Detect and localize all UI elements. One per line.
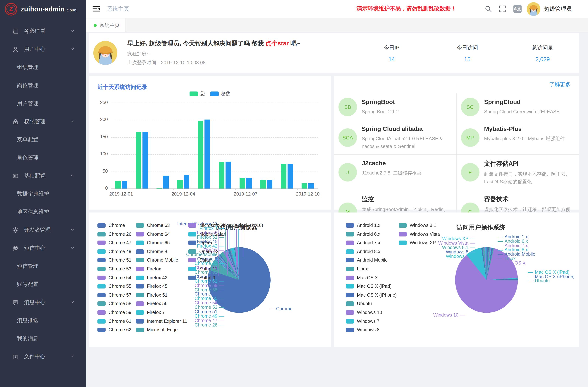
legend-item-Chrome 49[interactable]: Chrome 49 — [97, 249, 131, 254]
legend-item-Chrome 63[interactable]: Chrome 63 — [136, 223, 170, 228]
legend-item-Android 1.x[interactable]: Android 1.x — [346, 223, 380, 228]
legend-label: Android 6.x — [357, 231, 380, 237]
legend-item-Chrome 53[interactable]: Chrome 53 — [97, 266, 131, 271]
sidebar-subitem-岗位管理[interactable]: 岗位管理 — [0, 76, 86, 94]
legend-item-Mac OS X[interactable]: Mac OS X — [346, 275, 378, 280]
legend-item-Windows XP[interactable]: Windows XP — [399, 240, 436, 245]
user-menu[interactable]: 超级管理员 — [527, 2, 572, 16]
sidebar-item-务必详看[interactable]: 务必详看 — [0, 22, 86, 40]
legend-item-Chrome Mobile[interactable]: Chrome Mobile — [136, 258, 178, 263]
tech-text: SpringBootSpring Boot 2.1.2 — [362, 98, 399, 116]
sidebar-subitem-账号配置[interactable]: 账号配置 — [0, 275, 86, 293]
sidebar-subitem-组织管理[interactable]: 组织管理 — [0, 58, 86, 76]
sidebar-subitem-我的消息[interactable]: 我的消息 — [0, 329, 86, 347]
legend-item-Firefox 51[interactable]: Firefox 51 — [136, 293, 168, 298]
tech-desc: Spring Boot 2.1.2 — [362, 108, 399, 116]
menu-fold-icon[interactable] — [92, 5, 100, 13]
legend-item-Microsoft Office Outlook (2016)[interactable]: Microsoft Office Outlook (2016) — [188, 223, 263, 228]
legend-item-Microsoft Edge[interactable]: Microsoft Edge — [136, 327, 178, 332]
legend-swatch — [188, 267, 196, 271]
sidebar-item-消息中心[interactable]: 消息中心 — [0, 293, 86, 311]
tab-system-home[interactable]: 系统主页 — [86, 19, 126, 32]
legend-item-Chrome 55[interactable]: Chrome 55 — [97, 284, 131, 289]
legend-item-Android 6.x[interactable]: Android 6.x — [346, 231, 380, 237]
legend-label: Chrome 54 — [108, 275, 131, 280]
legend-item-Firefox 45[interactable]: Firefox 45 — [136, 284, 168, 289]
legend-item-Windows 8.1[interactable]: Windows 8.1 — [399, 223, 436, 228]
sidebar-item-用户中心[interactable]: 用户中心 — [0, 40, 86, 58]
legend-item-Firefox 56[interactable]: Firefox 56 — [136, 301, 168, 306]
legend-item-Windows 8[interactable]: Windows 8 — [346, 327, 379, 332]
legend-item-Android 7.x[interactable]: Android 7.x — [346, 240, 380, 245]
legend-item-Opera[interactable]: Opera — [188, 240, 212, 245]
legend-swatch — [136, 327, 144, 332]
legend-swatch — [188, 258, 196, 263]
legend-swatch — [188, 232, 196, 236]
stat-label: 今日访问 — [441, 44, 493, 51]
bar-plot: 0501001502002502019‑12‑012019‑12‑042019‑… — [111, 103, 318, 188]
legend-label: Android 8.x — [357, 249, 380, 254]
sidebar-item-文件中心[interactable]: 文件中心 — [0, 347, 86, 366]
legend-item-Mac OS X (iPad)[interactable]: Mac OS X (iPad) — [346, 284, 392, 289]
legend-item-Firefox 42[interactable]: Firefox 42 — [136, 275, 168, 280]
fullscreen-icon[interactable] — [499, 5, 506, 13]
legend-item-Internet Explorer 11[interactable]: Internet Explorer 11 — [136, 319, 187, 324]
legend-item-Chrome 26[interactable]: Chrome 26 — [97, 231, 131, 237]
sidebar-subitem-数据字典维护[interactable]: 数据字典维护 — [0, 185, 86, 203]
bar-group — [111, 181, 131, 188]
legend-item-Android 8.x[interactable]: Android 8.x — [346, 249, 380, 254]
legend-item-Opera 12[interactable]: Opera 12 — [188, 249, 218, 254]
legend-item-Android Mobile[interactable]: Android Mobile — [346, 258, 388, 263]
legend-item-Linux[interactable]: Linux — [346, 266, 368, 271]
legend-swatch — [136, 241, 144, 245]
axis-line — [111, 188, 318, 189]
legend-swatch — [188, 275, 196, 280]
legend-item-您[interactable]: 您 — [189, 90, 205, 97]
sidebar-subitem-地区信息维护[interactable]: 地区信息维护 — [0, 203, 86, 221]
legend-label: Firefox 7 — [147, 310, 165, 315]
sidebar-item-权限管理[interactable]: 权限管理 — [0, 113, 86, 131]
legend-item-Chrome 51[interactable]: Chrome 51 — [97, 258, 131, 263]
tech-avatar: SCA — [338, 128, 357, 147]
legend-item-Chrome 47[interactable]: Chrome 47 — [97, 240, 131, 245]
legend-item-Firefox 7[interactable]: Firefox 7 — [136, 310, 165, 315]
legend-item-Mobile Safari[interactable]: Mobile Safari — [188, 231, 226, 237]
sidebar-subitem-短信管理[interactable]: 短信管理 — [0, 257, 86, 275]
legend-label: Firefox 56 — [147, 301, 168, 306]
legend-item-Safari 11[interactable]: Safari 11 — [188, 266, 217, 271]
sidebar-subitem-用户管理[interactable]: 用户管理 — [0, 94, 86, 113]
sidebar-subitem-消息推送[interactable]: 消息推送 — [0, 311, 86, 329]
tech-card-Spring Cloud alibaba: SCASpring Cloud alibabaSpringCloudAlibab… — [334, 120, 456, 155]
legend-item-Chrome 58[interactable]: Chrome 58 — [97, 301, 131, 306]
legend-item-Safari 9[interactable]: Safari 9 — [188, 275, 215, 280]
legend-item-Chrome 62[interactable]: Chrome 62 — [97, 327, 131, 332]
legend-item-Windows 10[interactable]: Windows 10 — [346, 310, 382, 315]
legend-item-Windows Vista[interactable]: Windows Vista — [399, 231, 440, 237]
sidebar-item-基础配置[interactable]: 基础配置 — [0, 167, 86, 185]
legend-item-Chrome 61[interactable]: Chrome 61 — [97, 319, 131, 324]
learn-more-link[interactable]: 了解更多 — [549, 81, 571, 88]
legend-item-Chrome 57[interactable]: Chrome 57 — [97, 293, 131, 298]
sidebar-subitem-菜单配置[interactable]: 菜单配置 — [0, 131, 86, 149]
legend-item-Chrome 59[interactable]: Chrome 59 — [97, 310, 131, 315]
legend-swatch — [97, 319, 105, 323]
legend-item-Ubuntu[interactable]: Ubuntu — [346, 301, 372, 306]
legend-item-Chrome 54[interactable]: Chrome 54 — [97, 275, 131, 280]
legend-item-总数[interactable]: 总数 — [210, 90, 230, 97]
translate-icon[interactable]: A文 — [513, 5, 522, 13]
legend-item-Safari[interactable]: Safari — [188, 258, 211, 263]
app-logo[interactable]: Z zuihou-admin cloud — [0, 0, 86, 19]
star-link[interactable]: 点个star — [265, 40, 289, 46]
legend-item-Chrome 65[interactable]: Chrome 65 — [136, 240, 170, 245]
search-icon[interactable] — [485, 5, 492, 13]
legend-item-Windows 7[interactable]: Windows 7 — [346, 319, 379, 324]
sidebar-item-短信中心[interactable]: 短信中心 — [0, 239, 86, 257]
legend-swatch — [97, 302, 105, 306]
sidebar-subitem-角色管理[interactable]: 角色管理 — [0, 149, 86, 167]
sidebar-item-开发者管理[interactable]: 开发者管理 — [0, 221, 86, 239]
legend-item-Mac OS X (iPhone)[interactable]: Mac OS X (iPhone) — [346, 293, 397, 298]
legend-item-Chrome[interactable]: Chrome — [97, 223, 125, 228]
legend-item-Chrome 8[interactable]: Chrome 8 — [136, 249, 167, 254]
legend-item-Firefox[interactable]: Firefox — [136, 266, 161, 271]
legend-item-Chrome 64[interactable]: Chrome 64 — [136, 231, 170, 237]
